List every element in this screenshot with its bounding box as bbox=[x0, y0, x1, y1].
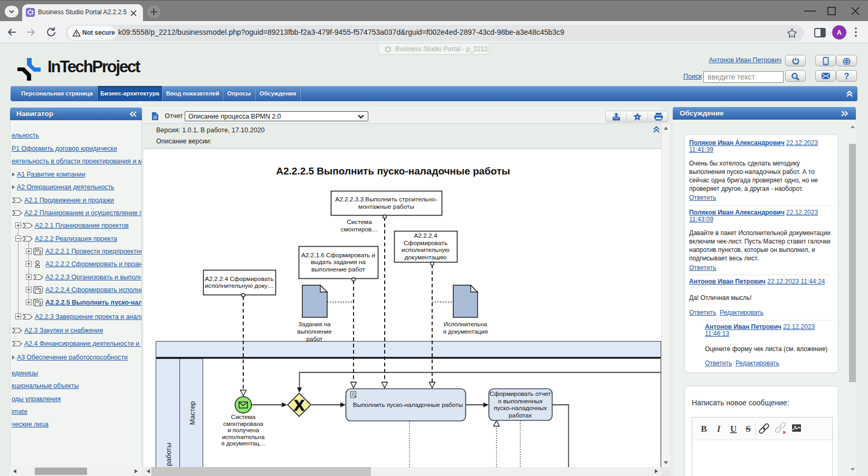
svg-text:исполнительную: исполнительную bbox=[402, 246, 450, 254]
svg-text:и получена: и получена bbox=[227, 427, 259, 433]
svg-text:монтажные работы: монтажные работы bbox=[358, 203, 414, 210]
svg-text:Исполнительна: Исполнительна bbox=[444, 321, 488, 327]
svg-text:Сформировать: Сформировать bbox=[404, 239, 447, 247]
svg-text:A2.2.2.5 Выполнить пуско-налад: A2.2.2.5 Выполнить пуско-наладочные рабо… bbox=[276, 166, 510, 177]
svg-text:Сформировать отчет: Сформировать отчет bbox=[490, 390, 551, 397]
svg-text:исполнительна: исполнительна bbox=[222, 434, 265, 440]
svg-text:я документац…: я документац… bbox=[221, 440, 265, 446]
svg-text:работах: работах bbox=[509, 412, 532, 419]
svg-text:смонтирована: смонтирована bbox=[223, 421, 264, 427]
svg-text:я документация: я документация bbox=[443, 328, 488, 335]
svg-text:B: B bbox=[701, 424, 707, 434]
svg-text:исполнительную доку…: исполнительную доку… bbox=[205, 282, 274, 289]
svg-text:выполнение работ: выполнение работ bbox=[311, 266, 366, 273]
svg-text:работ: работ bbox=[307, 336, 323, 342]
svg-text:Система: Система bbox=[231, 414, 256, 420]
svg-text:документацию: документацию bbox=[405, 254, 447, 261]
svg-text:S: S bbox=[746, 424, 750, 434]
svg-text:Задания на: Задания на bbox=[298, 321, 331, 327]
svg-text:пуско-наладочных: пуско-наладочных bbox=[494, 404, 547, 412]
svg-text:Мастер: Мастер bbox=[188, 401, 196, 425]
svg-text:о выполненных: о выполненных bbox=[498, 397, 543, 405]
svg-text:Выполнить пуско-наладочные раб: Выполнить пуско-наладочные работы bbox=[353, 401, 463, 409]
svg-text:U: U bbox=[730, 424, 737, 434]
svg-text:выдать задания на: выдать задания на bbox=[311, 258, 366, 266]
svg-text:A2.2.2.4 Сформировать: A2.2.2.4 Сформировать bbox=[205, 275, 273, 283]
svg-text:A2.2.1.6 Сформировать и: A2.2.1.6 Сформировать и bbox=[301, 251, 375, 259]
svg-text:I: I bbox=[717, 424, 721, 434]
svg-text:работы: работы bbox=[165, 443, 173, 466]
svg-text:A2.2.2.3.3 Выполнить строитель: A2.2.2.3.3 Выполнить строительно- bbox=[335, 196, 437, 203]
svg-text:выполнение: выполнение bbox=[297, 328, 331, 335]
svg-text:смонтиров…: смонтиров… bbox=[341, 226, 378, 233]
svg-text:X: X bbox=[294, 396, 304, 414]
svg-text:A2.2.2.4: A2.2.2.4 bbox=[414, 232, 437, 239]
svg-text:Система: Система bbox=[347, 218, 372, 226]
